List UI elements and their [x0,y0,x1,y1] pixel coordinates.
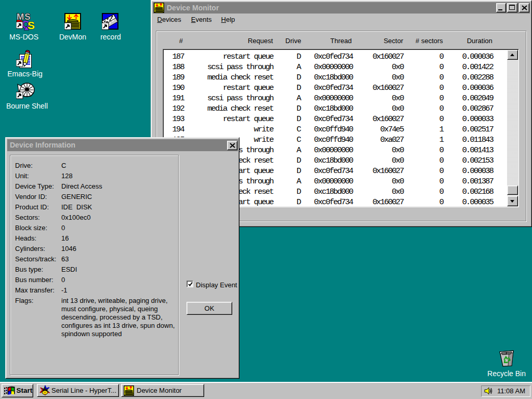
svg-text:S: S [28,19,35,31]
